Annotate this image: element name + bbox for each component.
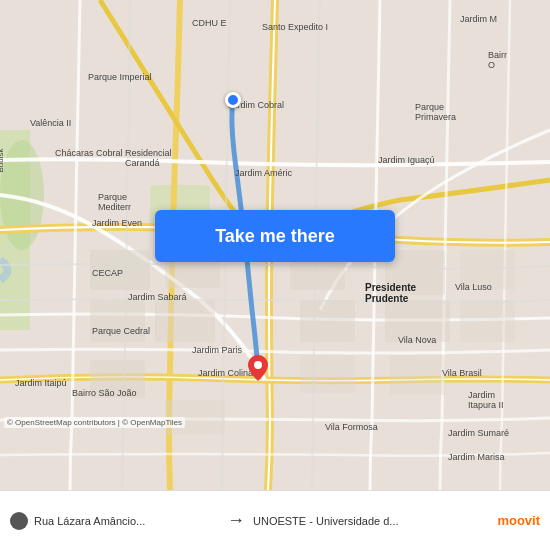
origin-marker <box>225 92 241 108</box>
moovit-brand: moovit <box>497 513 540 528</box>
svg-rect-11 <box>385 300 450 342</box>
moovit-logo: moovit <box>470 513 540 528</box>
from-icon <box>10 512 28 530</box>
map-attribution: © OpenStreetMap contributors | © OpenMap… <box>4 417 185 428</box>
take-me-there-label: Take me there <box>215 226 335 247</box>
svg-rect-17 <box>460 300 515 342</box>
svg-rect-15 <box>390 355 445 395</box>
svg-rect-9 <box>155 300 215 342</box>
svg-point-18 <box>254 361 262 369</box>
take-me-there-button[interactable]: Take me there <box>155 210 395 262</box>
route-to: UNOESTE - Universidade d... <box>253 515 462 527</box>
bottom-bar: Rua Lázara Amâncio... → UNOESTE - Univer… <box>0 490 550 550</box>
svg-rect-8 <box>90 300 145 342</box>
svg-rect-14 <box>300 355 355 393</box>
svg-rect-10 <box>300 300 355 342</box>
route-from: Rua Lázara Amâncio... <box>10 512 219 530</box>
svg-rect-16 <box>460 250 515 290</box>
destination-marker <box>248 355 268 381</box>
to-label: UNOESTE - Universidade d... <box>253 515 399 527</box>
svg-rect-4 <box>90 250 150 290</box>
svg-rect-12 <box>90 360 145 398</box>
map-container: CDHU E Santo Expedito I Jardim M Parque … <box>0 0 550 490</box>
from-label: Rua Lázara Amâncio... <box>34 515 145 527</box>
route-arrow: → <box>227 510 245 531</box>
